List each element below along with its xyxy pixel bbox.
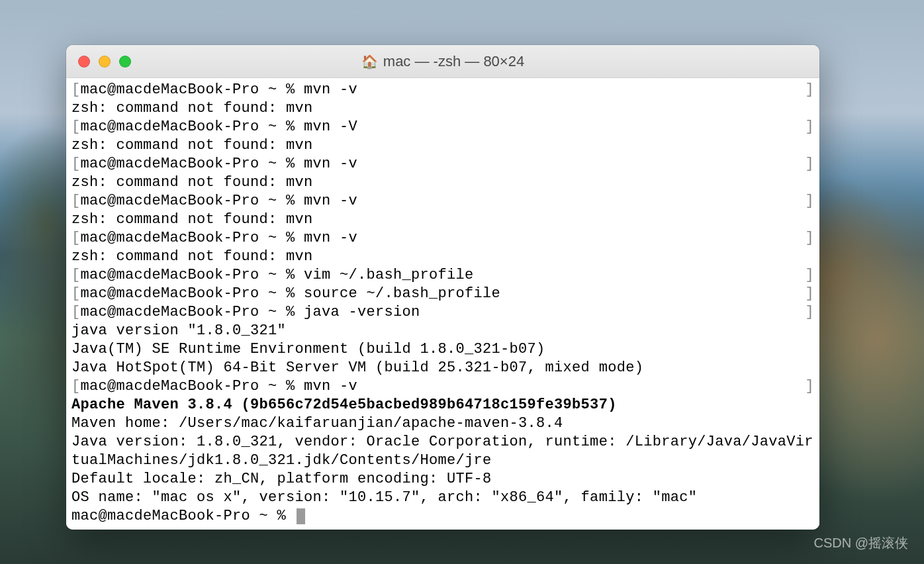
terminal-line: mac@macdeMacBook-Pro ~ % source ~/.bash_… xyxy=(71,285,814,303)
terminal-text: java version "1.8.0_321" xyxy=(71,322,286,339)
terminal-line: zsh: command not found: mvn xyxy=(71,99,814,118)
terminal-text: Apache Maven 3.8.4 (9b656c72d54e5bacbed9… xyxy=(71,397,617,413)
terminal-text: mac@macdeMacBook-Pro ~ % mvn -v xyxy=(81,377,358,396)
terminal-line: mac@macdeMacBook-Pro ~ % mvn -v xyxy=(71,81,814,99)
cursor xyxy=(297,508,305,524)
terminal-text: Default locale: zh_CN, platform encoding… xyxy=(71,471,492,487)
terminal-text: zsh: command not found: mvn xyxy=(71,174,313,191)
terminal-text: mac@macdeMacBook-Pro ~ % mvn -v xyxy=(81,155,358,173)
terminal-line: mac@macdeMacBook-Pro ~ % vim ~/.bash_pro… xyxy=(71,266,814,285)
maximize-button[interactable] xyxy=(119,56,131,68)
terminal-text: OS name: "mac os x", version: "10.15.7",… xyxy=(71,489,697,506)
window-title: 🏠 mac — -zsh — 80×24 xyxy=(361,53,524,70)
terminal-text: zsh: command not found: mvn xyxy=(71,211,313,228)
terminal-line: Java(TM) SE Runtime Environment (build 1… xyxy=(71,340,814,359)
terminal-text: zsh: command not found: mvn xyxy=(71,100,313,117)
terminal-line: Apache Maven 3.8.4 (9b656c72d54e5bacbed9… xyxy=(71,396,814,414)
terminal-line: Default locale: zh_CN, platform encoding… xyxy=(71,470,814,489)
terminal-text: mac@macdeMacBook-Pro ~ % mvn -v xyxy=(81,192,358,211)
watermark: CSDN @摇滚侠 xyxy=(813,534,908,552)
terminal-text: Java version: 1.8.0_321, vendor: Oracle … xyxy=(71,434,813,469)
terminal-window: 🏠 mac — -zsh — 80×24 mac@macdeMacBook-Pr… xyxy=(66,45,819,530)
terminal-text: Maven home: /Users/mac/kaifaruanjian/apa… xyxy=(71,415,563,432)
terminal-line: Java HotSpot(TM) 64-Bit Server VM (build… xyxy=(71,359,814,377)
terminal-line: Java version: 1.8.0_321, vendor: Oracle … xyxy=(71,433,814,470)
terminal-line: mac@macdeMacBook-Pro ~ % xyxy=(71,507,814,526)
window-title-text: mac — -zsh — 80×24 xyxy=(383,53,524,70)
terminal-line: mac@macdeMacBook-Pro ~ % mvn -v xyxy=(71,229,814,248)
terminal-text: mac@macdeMacBook-Pro ~ % java -version xyxy=(81,303,420,322)
terminal-line: zsh: command not found: mvn xyxy=(71,211,814,229)
terminal-text: mac@macdeMacBook-Pro ~ % xyxy=(71,508,295,524)
home-icon: 🏠 xyxy=(361,54,378,70)
terminal-line: Maven home: /Users/mac/kaifaruanjian/apa… xyxy=(71,414,814,433)
close-button[interactable] xyxy=(78,56,90,68)
terminal-text: Java HotSpot(TM) 64-Bit Server VM (build… xyxy=(71,359,643,376)
terminal-text: mac@macdeMacBook-Pro ~ % mvn -V xyxy=(81,118,358,136)
minimize-button[interactable] xyxy=(99,56,111,68)
terminal-text: mac@macdeMacBook-Pro ~ % mvn -v xyxy=(81,81,358,99)
terminal-text: zsh: command not found: mvn xyxy=(71,137,313,154)
terminal-line: mac@macdeMacBook-Pro ~ % mvn -v xyxy=(71,377,814,396)
terminal-line: zsh: command not found: mvn xyxy=(71,173,814,192)
terminal-text: mac@macdeMacBook-Pro ~ % vim ~/.bash_pro… xyxy=(81,266,474,285)
terminal-line: mac@macdeMacBook-Pro ~ % mvn -v xyxy=(71,155,814,173)
terminal-content[interactable]: mac@macdeMacBook-Pro ~ % mvn -vzsh: comm… xyxy=(66,78,819,530)
terminal-line: mac@macdeMacBook-Pro ~ % java -version xyxy=(71,303,814,322)
terminal-line: mac@macdeMacBook-Pro ~ % mvn -V xyxy=(71,118,814,136)
terminal-line: java version "1.8.0_321" xyxy=(71,322,814,340)
terminal-text: mac@macdeMacBook-Pro ~ % mvn -v xyxy=(81,229,358,248)
terminal-line: zsh: command not found: mvn xyxy=(71,136,814,155)
traffic-lights xyxy=(78,56,131,68)
terminal-line: OS name: "mac os x", version: "10.15.7",… xyxy=(71,489,814,507)
terminal-line: zsh: command not found: mvn xyxy=(71,248,814,266)
terminal-line: mac@macdeMacBook-Pro ~ % mvn -v xyxy=(71,192,814,211)
window-titlebar[interactable]: 🏠 mac — -zsh — 80×24 xyxy=(66,45,819,78)
terminal-text: Java(TM) SE Runtime Environment (build 1… xyxy=(71,341,545,357)
terminal-text: mac@macdeMacBook-Pro ~ % source ~/.bash_… xyxy=(81,285,501,303)
terminal-text: zsh: command not found: mvn xyxy=(71,248,313,265)
